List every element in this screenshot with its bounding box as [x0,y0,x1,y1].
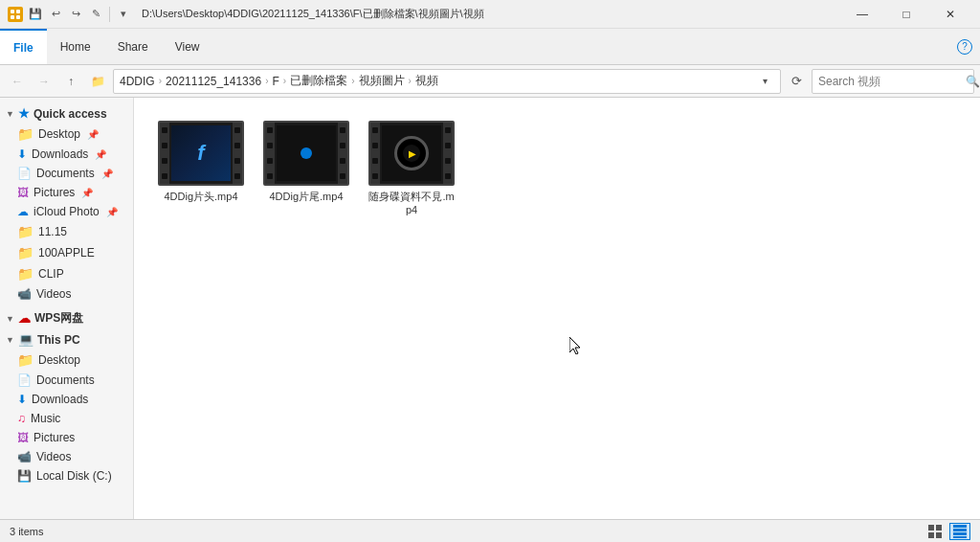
help-icon[interactable]: ? [957,39,972,55]
sidebar-item-localdisk[interactable]: 💾 Local Disk (C:) [0,466,133,486]
tab-home[interactable]: Home [47,29,104,64]
sidebar-label-desktop-pc: Desktop [38,353,80,367]
properties-icon[interactable]: ✎ [87,6,104,23]
svg-rect-0 [11,10,14,13]
quick-access-header[interactable]: ▼ ★ Quick access [0,103,133,124]
disk-icon: 💾 [17,469,32,483]
save-icon[interactable]: 💾 [27,6,44,23]
undo-icon[interactable]: ↩ [47,6,64,23]
this-pc-header[interactable]: ▼ 💻 This PC [0,329,133,350]
file-area: f 4DDig片头.mp4 [134,98,980,519]
file-thumbnail-2 [263,121,349,186]
svg-rect-9 [953,525,967,528]
tab-file[interactable]: File [0,29,47,64]
sidebar-item-100apple[interactable]: 📁 100APPLE [0,242,133,263]
file-item-3[interactable]: ▶ 随身碟資料不見.mp4 [364,117,459,221]
sidebar-item-videos-pc[interactable]: 📹 Videos [0,447,133,466]
film-notch [340,158,345,164]
status-bar: 3 items [0,519,980,542]
sidebar-item-pictures-pc[interactable]: 🖼 Pictures [0,428,133,447]
download-icon: ⬇ [17,147,27,161]
breadcrumb-deleted[interactable]: 已删除檔案 [290,73,347,89]
folder-icon: 📁 [86,70,109,93]
quick-access-arrow: ▼ [6,109,14,119]
doc-icon: 📄 [17,167,32,180]
toolbar-icons: 💾 ↩ ↪ ✎ ▾ [27,6,132,23]
file-item-1[interactable]: f 4DDig片头.mp4 [153,117,249,221]
sidebar-item-desktop-pc[interactable]: 📁 Desktop [0,350,133,371]
search-input[interactable] [818,75,962,88]
tab-share[interactable]: Share [104,29,162,64]
list-view-button[interactable] [949,523,970,540]
sidebar-item-downloads-quick[interactable]: ⬇ Downloads 📌 [0,145,133,164]
sidebar-item-music-pc[interactable]: ♫ Music [0,409,133,428]
address-bar: ← → ↑ 📁 4DDIG › 20211125_141336 › F › 已删… [0,65,980,98]
breadcrumb-f[interactable]: F [272,75,278,88]
sidebar-item-1115[interactable]: 📁 11.15 [0,221,133,242]
sidebar-item-icloud[interactable]: ☁ iCloud Photo 📌 [0,202,133,221]
breadcrumb-dropdown[interactable]: ▾ [755,69,774,94]
up-button[interactable]: ↑ [59,70,82,93]
sidebar-label-documents-quick: Documents [36,167,95,180]
sidebar-item-desktop-quick[interactable]: 📁 Desktop 📌 [0,124,133,145]
window-title: D:\Users\Desktop\4DDIG\20211125_141336\F… [142,7,484,21]
film-notch [340,143,345,148]
back-button[interactable]: ← [6,70,29,93]
maximize-button[interactable]: □ [884,0,928,29]
dropdown-icon[interactable]: ▾ [115,6,132,23]
refresh-button[interactable]: ⟳ [785,70,808,93]
sidebar-label-pictures-pc: Pictures [33,431,75,444]
sidebar-item-videos-quick[interactable]: 📹 Videos [0,284,133,304]
film-notch [372,127,378,133]
sidebar-label-clip: CLIP [38,267,64,281]
download-icon2: ⬇ [17,393,27,406]
wps-header[interactable]: ▼ ☁ WPS网盘 [0,307,133,329]
sidebar-item-clip[interactable]: 📁 CLIP [0,263,133,284]
quick-access-label: Quick access [33,107,107,121]
view-controls [924,523,970,540]
film-notch [162,158,167,164]
file-thumbnail-3: ▶ [368,121,455,186]
mouse-cursor [569,337,581,354]
svg-rect-5 [928,525,934,531]
search-box[interactable]: 🔍 [812,69,974,94]
video-icon2: 📹 [17,450,32,463]
breadcrumb-date[interactable]: 20211125_141336 [166,75,261,88]
breadcrumb-4ddig[interactable]: 4DDIG [120,75,155,88]
pic-icon: 🖼 [17,186,29,199]
film-strip-right-3 [443,123,453,184]
breadcrumb-sep3: › [283,76,286,86]
film-notch [162,173,167,179]
film-strip-right-1 [233,123,242,184]
ribbon: File Home Share View ? [0,29,980,65]
breadcrumb-video[interactable]: 視頻 [415,73,438,89]
tab-view[interactable]: View [162,29,213,64]
sidebar-label-icloud: iCloud Photo [33,205,100,218]
sidebar-item-documents-pc[interactable]: 📄 Documents [0,371,133,390]
sidebar-label-videos-quick: Videos [36,287,71,301]
redo-icon[interactable]: ↪ [67,6,84,23]
pic-icon2: 🖼 [17,431,29,444]
close-button[interactable]: ✕ [928,0,972,29]
sidebar-item-pictures-quick[interactable]: 🖼 Pictures 📌 [0,183,133,202]
forward-button[interactable]: → [33,70,56,93]
svg-rect-1 [16,10,20,13]
title-bar: 💾 ↩ ↪ ✎ ▾ D:\Users\Desktop\4DDIG\2021112… [0,0,980,29]
film-notch [445,173,451,179]
sidebar-item-downloads-pc[interactable]: ⬇ Downloads [0,390,133,409]
sidebar-label-desktop-quick: Desktop [38,127,80,141]
main-area: ▼ ★ Quick access 📁 Desktop 📌 ⬇ Downloads… [0,98,980,519]
file-name-1: 4DDig片头.mp4 [164,190,237,203]
breadcrumb-videopics[interactable]: 視頻圖片 [359,73,405,89]
thumbnail-view-button[interactable] [924,523,946,540]
file-item-2[interactable]: 4DDig片尾.mp4 [258,117,354,221]
cloud-icon: ☁ [17,205,29,218]
pin-icon2: 📌 [95,149,106,160]
minimize-button[interactable]: — [840,0,884,29]
film-notch [162,143,167,148]
film-notch [340,173,345,179]
search-icon[interactable]: 🔍 [966,75,980,88]
sidebar-item-documents-quick[interactable]: 📄 Documents 📌 [0,164,133,183]
this-pc-arrow: ▼ [6,335,14,345]
breadcrumb[interactable]: 4DDIG › 20211125_141336 › F › 已删除檔案 › 視頻… [113,69,781,94]
